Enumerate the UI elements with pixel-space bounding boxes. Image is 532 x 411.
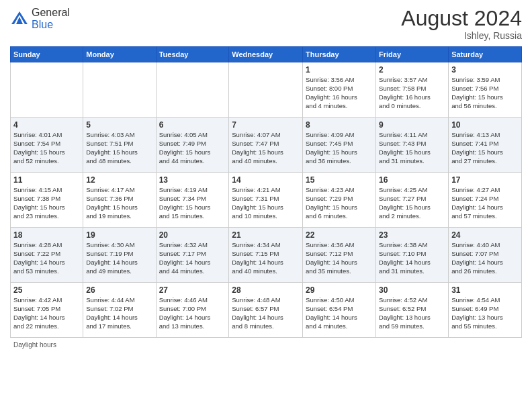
- calendar-week-row: 11Sunrise: 4:15 AMSunset: 7:38 PMDayligh…: [11, 173, 522, 228]
- day-info: Sunrise: 4:27 AMSunset: 7:24 PMDaylight:…: [451, 186, 519, 220]
- table-row: 1Sunrise: 3:56 AMSunset: 8:00 PMDaylight…: [303, 62, 376, 118]
- calendar-week-row: 25Sunrise: 4:42 AMSunset: 7:05 PMDayligh…: [11, 283, 522, 338]
- table-row: 28Sunrise: 4:48 AMSunset: 6:57 PMDayligh…: [229, 283, 303, 338]
- col-friday: Friday: [376, 47, 449, 62]
- day-number: 4: [13, 120, 80, 130]
- table-row: 18Sunrise: 4:28 AMSunset: 7:22 PMDayligh…: [11, 228, 83, 283]
- table-row: 20Sunrise: 4:32 AMSunset: 7:17 PMDayligh…: [156, 228, 229, 283]
- table-row: 4Sunrise: 4:01 AMSunset: 7:54 PMDaylight…: [11, 118, 83, 173]
- calendar-header-row: Sunday Monday Tuesday Wednesday Thursday…: [11, 47, 522, 62]
- col-monday: Monday: [83, 47, 156, 62]
- day-info: Sunrise: 4:32 AMSunset: 7:17 PMDaylight:…: [159, 241, 226, 275]
- location: Ishley, Russia: [401, 30, 522, 41]
- day-number: 19: [86, 230, 152, 240]
- day-number: 22: [306, 230, 373, 240]
- day-info: Sunrise: 4:34 AMSunset: 7:15 PMDaylight:…: [232, 241, 300, 275]
- table-row: 13Sunrise: 4:19 AMSunset: 7:34 PMDayligh…: [156, 173, 229, 228]
- table-row: 10Sunrise: 4:13 AMSunset: 7:41 PMDayligh…: [449, 118, 522, 173]
- day-number: 20: [159, 230, 226, 240]
- day-info: Sunrise: 4:40 AMSunset: 7:07 PMDaylight:…: [451, 241, 519, 275]
- day-number: 30: [379, 285, 445, 295]
- day-number: 23: [379, 230, 445, 240]
- table-row: [156, 62, 229, 118]
- day-info: Sunrise: 4:36 AMSunset: 7:12 PMDaylight:…: [306, 241, 373, 275]
- table-row: 31Sunrise: 4:54 AMSunset: 6:49 PMDayligh…: [449, 283, 522, 338]
- day-number: 25: [13, 285, 80, 295]
- day-number: 13: [159, 175, 226, 185]
- day-info: Sunrise: 3:57 AMSunset: 7:58 PMDaylight:…: [379, 76, 445, 110]
- day-number: 31: [451, 285, 519, 295]
- logo: General Blue: [10, 7, 70, 31]
- calendar-week-row: 18Sunrise: 4:28 AMSunset: 7:22 PMDayligh…: [11, 228, 522, 283]
- daylight-hours-label: Daylight hours: [13, 341, 56, 349]
- title-block: August 2024 Ishley, Russia: [401, 7, 522, 41]
- day-info: Sunrise: 4:01 AMSunset: 7:54 PMDaylight:…: [13, 131, 80, 165]
- day-info: Sunrise: 4:13 AMSunset: 7:41 PMDaylight:…: [451, 131, 519, 165]
- day-number: 27: [159, 285, 226, 295]
- table-row: 27Sunrise: 4:46 AMSunset: 7:00 PMDayligh…: [156, 283, 229, 338]
- day-number: 21: [232, 230, 300, 240]
- day-info: Sunrise: 4:30 AMSunset: 7:19 PMDaylight:…: [86, 241, 152, 275]
- col-tuesday: Tuesday: [156, 47, 229, 62]
- day-number: 10: [451, 120, 519, 130]
- table-row: 14Sunrise: 4:21 AMSunset: 7:31 PMDayligh…: [229, 173, 303, 228]
- day-number: 14: [232, 175, 300, 185]
- table-row: 19Sunrise: 4:30 AMSunset: 7:19 PMDayligh…: [83, 228, 156, 283]
- logo-icon: [10, 9, 29, 28]
- day-info: Sunrise: 4:09 AMSunset: 7:45 PMDaylight:…: [306, 131, 373, 165]
- day-info: Sunrise: 4:11 AMSunset: 7:43 PMDaylight:…: [379, 131, 445, 165]
- table-row: 29Sunrise: 4:50 AMSunset: 6:54 PMDayligh…: [303, 283, 376, 338]
- table-row: 12Sunrise: 4:17 AMSunset: 7:36 PMDayligh…: [83, 173, 156, 228]
- day-info: Sunrise: 4:17 AMSunset: 7:36 PMDaylight:…: [86, 186, 152, 220]
- col-wednesday: Wednesday: [229, 47, 303, 62]
- footer: Daylight hours: [10, 341, 522, 349]
- day-number: 5: [86, 120, 152, 130]
- day-number: 26: [86, 285, 152, 295]
- logo-general: General: [32, 7, 70, 18]
- table-row: 17Sunrise: 4:27 AMSunset: 7:24 PMDayligh…: [449, 173, 522, 228]
- day-number: 3: [451, 64, 519, 75]
- day-number: 18: [13, 230, 80, 240]
- table-row: 23Sunrise: 4:38 AMSunset: 7:10 PMDayligh…: [376, 228, 449, 283]
- table-row: 22Sunrise: 4:36 AMSunset: 7:12 PMDayligh…: [303, 228, 376, 283]
- table-row: 2Sunrise: 3:57 AMSunset: 7:58 PMDaylight…: [376, 62, 449, 118]
- table-row: 16Sunrise: 4:25 AMSunset: 7:27 PMDayligh…: [376, 173, 449, 228]
- day-info: Sunrise: 3:59 AMSunset: 7:56 PMDaylight:…: [451, 76, 519, 110]
- day-info: Sunrise: 4:38 AMSunset: 7:10 PMDaylight:…: [379, 241, 445, 275]
- logo-blue: Blue: [32, 19, 53, 30]
- day-info: Sunrise: 4:46 AMSunset: 7:00 PMDaylight:…: [159, 296, 226, 330]
- table-row: 21Sunrise: 4:34 AMSunset: 7:15 PMDayligh…: [229, 228, 303, 283]
- page: General Blue August 2024 Ishley, Russia …: [0, 0, 532, 411]
- day-info: Sunrise: 4:15 AMSunset: 7:38 PMDaylight:…: [13, 186, 80, 220]
- day-info: Sunrise: 4:42 AMSunset: 7:05 PMDaylight:…: [13, 296, 80, 330]
- day-number: 12: [86, 175, 152, 185]
- table-row: 26Sunrise: 4:44 AMSunset: 7:02 PMDayligh…: [83, 283, 156, 338]
- day-info: Sunrise: 4:21 AMSunset: 7:31 PMDaylight:…: [232, 186, 300, 220]
- day-info: Sunrise: 4:50 AMSunset: 6:54 PMDaylight:…: [306, 296, 373, 330]
- day-info: Sunrise: 4:19 AMSunset: 7:34 PMDaylight:…: [159, 186, 226, 220]
- day-info: Sunrise: 3:56 AMSunset: 8:00 PMDaylight:…: [306, 76, 373, 110]
- day-number: 9: [379, 120, 445, 130]
- table-row: [83, 62, 156, 118]
- table-row: [11, 62, 83, 118]
- calendar-week-row: 4Sunrise: 4:01 AMSunset: 7:54 PMDaylight…: [11, 118, 522, 173]
- col-saturday: Saturday: [449, 47, 522, 62]
- day-info: Sunrise: 4:52 AMSunset: 6:52 PMDaylight:…: [379, 296, 445, 330]
- day-number: 2: [379, 64, 445, 75]
- table-row: 25Sunrise: 4:42 AMSunset: 7:05 PMDayligh…: [11, 283, 83, 338]
- day-info: Sunrise: 4:44 AMSunset: 7:02 PMDaylight:…: [86, 296, 152, 330]
- table-row: 24Sunrise: 4:40 AMSunset: 7:07 PMDayligh…: [449, 228, 522, 283]
- day-number: 15: [306, 175, 373, 185]
- day-info: Sunrise: 4:07 AMSunset: 7:47 PMDaylight:…: [232, 131, 300, 165]
- logo-text: General Blue: [32, 7, 70, 31]
- day-number: 11: [13, 175, 80, 185]
- table-row: 5Sunrise: 4:03 AMSunset: 7:51 PMDaylight…: [83, 118, 156, 173]
- table-row: 30Sunrise: 4:52 AMSunset: 6:52 PMDayligh…: [376, 283, 449, 338]
- calendar-week-row: 1Sunrise: 3:56 AMSunset: 8:00 PMDaylight…: [11, 62, 522, 118]
- day-number: 17: [451, 175, 519, 185]
- month-year: August 2024: [401, 7, 522, 30]
- calendar-table: Sunday Monday Tuesday Wednesday Thursday…: [10, 46, 522, 338]
- table-row: 3Sunrise: 3:59 AMSunset: 7:56 PMDaylight…: [449, 62, 522, 118]
- col-sunday: Sunday: [11, 47, 83, 62]
- day-info: Sunrise: 4:54 AMSunset: 6:49 PMDaylight:…: [451, 296, 519, 330]
